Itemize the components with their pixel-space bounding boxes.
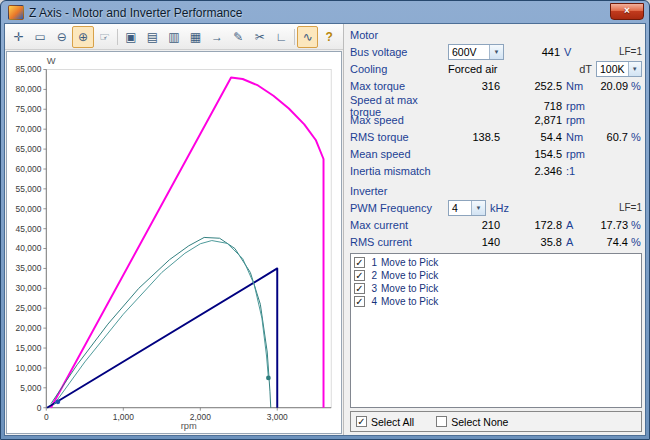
pwm-frequency-dropdown[interactable]: 4 xyxy=(448,200,486,216)
inertia-mismatch-row: Inertia mismatch 2.346 :1 xyxy=(350,162,642,179)
bus-voltage-label: Bus voltage xyxy=(350,46,448,58)
bus-voltage-selected: 600V xyxy=(449,45,489,59)
lf-indicator: LF=1 xyxy=(619,202,642,213)
motor-section-header: Motor xyxy=(350,27,642,43)
app-window: Z Axis - Motor and Inverter Performance … xyxy=(0,0,650,440)
pwm-frequency-row: PWM Frequency 4 kHz LF=1 xyxy=(350,199,642,216)
y-tick-label: 60,000 xyxy=(16,164,42,174)
y-tick-label: 50,000 xyxy=(16,204,42,214)
toolbar-separator xyxy=(117,29,118,45)
cooling-row: Cooling Forced air dT 100K xyxy=(350,60,642,77)
move-checkbox[interactable] xyxy=(354,296,365,307)
max-speed-label: Max speed xyxy=(350,114,448,126)
mean-speed-unit: rpm xyxy=(562,148,588,160)
move-list-item[interactable]: 4 Move to Pick xyxy=(352,295,640,308)
select-none-checkbox[interactable] xyxy=(436,416,447,427)
inertia-mismatch-v2: 2.346 xyxy=(500,165,562,177)
x-tick-label: 1,000 xyxy=(113,412,134,422)
rms-torque-unit: Nm xyxy=(562,131,588,143)
help-icon[interactable]: ? xyxy=(318,26,339,48)
performance-chart: 05,00010,00015,00020,00025,00030,00035,0… xyxy=(7,52,341,433)
max-current-unit: A xyxy=(562,219,588,231)
chart-icon[interactable]: ∿ xyxy=(297,26,318,48)
marker-point xyxy=(56,399,61,404)
zoom-in-icon[interactable]: ⊕ xyxy=(72,26,93,48)
move-checkbox[interactable] xyxy=(354,270,365,281)
max-current-v2: 172.8 xyxy=(500,219,562,231)
x-tick-label: 0 xyxy=(44,412,49,422)
dropdown-arrow-icon xyxy=(471,201,485,215)
close-button[interactable]: × xyxy=(610,3,644,20)
zoom-window-icon[interactable]: ▭ xyxy=(29,26,50,48)
percent-unit: % xyxy=(628,236,642,248)
max-torque-v1: 316 xyxy=(448,80,500,92)
move-list[interactable]: 1 Move to Pick 2 Move to Pick 3 Move to … xyxy=(350,253,642,408)
cut-icon[interactable]: ✂ xyxy=(249,26,270,48)
pwm-selected: 4 xyxy=(449,201,471,215)
max-current-row: Max current 210 172.8 A 17.73 % xyxy=(350,216,642,233)
move-number: 1 xyxy=(369,257,377,268)
rms-torque-v1: 138.5 xyxy=(448,131,500,143)
cooling-value: Forced air xyxy=(448,63,498,75)
title-bar[interactable]: Z Axis - Motor and Inverter Performance … xyxy=(4,1,646,23)
y-tick-label: 45,000 xyxy=(16,224,42,234)
save-icon[interactable]: ▣ xyxy=(120,26,141,48)
y-tick-label: 65,000 xyxy=(16,144,42,154)
app-icon xyxy=(8,5,24,20)
select-all[interactable]: Select All xyxy=(356,416,414,428)
select-none[interactable]: Select None xyxy=(436,416,508,428)
move-list-item[interactable]: 1 Move to Pick xyxy=(352,256,640,269)
inverter-section-header: Inverter xyxy=(350,183,642,199)
rms-torque-label: RMS torque xyxy=(350,131,448,143)
y-tick-label: 20,000 xyxy=(16,323,42,333)
move-label: Move to Pick xyxy=(381,296,438,307)
max-torque-unit: Nm xyxy=(562,80,588,92)
window-content: ✛ ▭ ⊖ ⊕ ☞ ▣ ▤ ▥ ▦ → ✎ ✂ ∟ ∿ ? 05,00010,0… xyxy=(4,23,646,436)
paste-icon[interactable]: ▦ xyxy=(185,26,206,48)
max-torque-v2: 252.5 xyxy=(500,80,562,92)
move-list-item[interactable]: 2 Move to Pick xyxy=(352,269,640,282)
chart-pane: ✛ ▭ ⊖ ⊕ ☞ ▣ ▤ ▥ ▦ → ✎ ✂ ∟ ∿ ? 05,00010,0… xyxy=(5,24,343,435)
dt-dropdown[interactable]: 100K xyxy=(596,61,642,77)
bus-voltage-row: Bus voltage 600V 441 V LF=1 xyxy=(350,43,642,60)
percent-unit: % xyxy=(628,80,642,92)
y-tick-label: 70,000 xyxy=(16,124,42,134)
edit-icon[interactable]: ✎ xyxy=(228,26,249,48)
max-torque-row: Max torque 316 252.5 Nm 20.09 % xyxy=(350,77,642,94)
max-speed-row: Max speed 2,871 rpm xyxy=(350,111,642,128)
axes-icon[interactable]: ∟ xyxy=(271,26,292,48)
max-speed-v2: 2,871 xyxy=(500,114,562,126)
dt-label: dT xyxy=(575,63,592,75)
rms-torque-pct: 60.7 xyxy=(588,131,628,143)
chart-area[interactable]: 05,00010,00015,00020,00025,00030,00035,0… xyxy=(6,51,342,434)
move-number: 2 xyxy=(369,270,377,281)
pan-icon[interactable]: ☞ xyxy=(94,26,115,48)
y-tick-label: 25,000 xyxy=(16,303,42,313)
move-number: 4 xyxy=(369,296,377,307)
bus-voltage-dropdown[interactable]: 600V xyxy=(448,44,504,60)
mean-speed-label: Mean speed xyxy=(350,148,448,160)
y-tick-label: 15,000 xyxy=(16,343,42,353)
rms-current-label: RMS current xyxy=(350,236,448,248)
rms-current-v1: 140 xyxy=(448,236,500,248)
export-icon[interactable]: → xyxy=(206,26,227,48)
move-tool-icon[interactable]: ✛ xyxy=(8,26,29,48)
print-icon[interactable]: ▤ xyxy=(142,26,163,48)
rms-current-row: RMS current 140 35.8 A 74.4 % xyxy=(350,233,642,250)
marker-point xyxy=(266,376,271,381)
select-all-checkbox[interactable] xyxy=(356,416,367,427)
copy-icon[interactable]: ▥ xyxy=(163,26,184,48)
max-current-label: Max current xyxy=(350,219,448,231)
move-checkbox[interactable] xyxy=(354,283,365,294)
pwm-frequency-label: PWM Frequency xyxy=(350,202,448,214)
move-label: Move to Pick xyxy=(381,283,438,294)
rms-torque-row: RMS torque 138.5 54.4 Nm 60.7 % xyxy=(350,128,642,145)
y-tick-label: 40,000 xyxy=(16,243,42,253)
move-list-item[interactable]: 3 Move to Pick xyxy=(352,282,640,295)
move-checkbox[interactable] xyxy=(354,257,365,268)
zoom-out-icon[interactable]: ⊖ xyxy=(51,26,72,48)
max-torque-label: Max torque xyxy=(350,80,448,92)
speed-at-max-torque-row: Speed at max torque 718 rpm xyxy=(350,94,642,111)
y-tick-label: 5,000 xyxy=(20,383,41,393)
mean-speed-v2: 154.5 xyxy=(500,148,562,160)
